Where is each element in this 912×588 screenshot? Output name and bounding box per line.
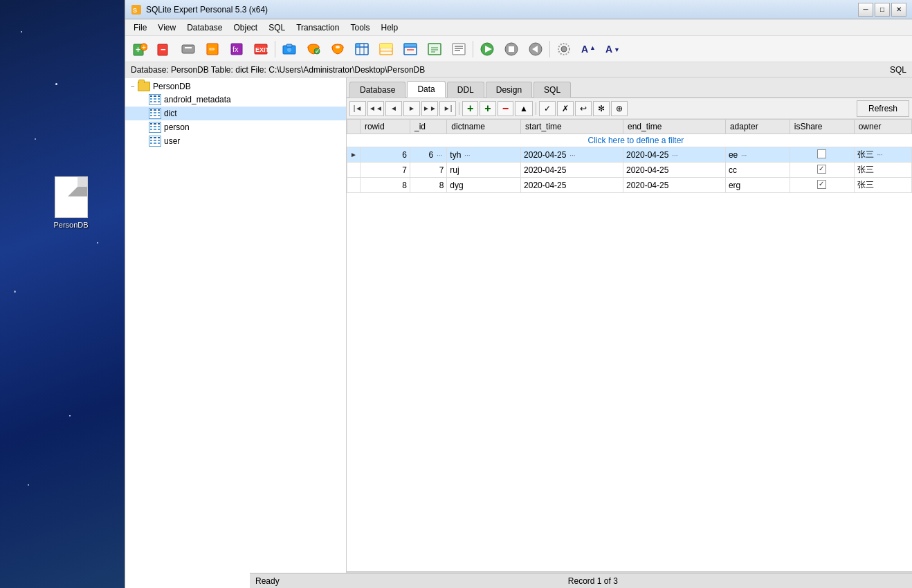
cell-starttime-2[interactable]: 2020-04-25 xyxy=(521,163,623,178)
cell-dots-1[interactable]: ··· xyxy=(433,151,444,159)
filter-table-button[interactable] xyxy=(399,39,422,59)
cell-owner-1[interactable]: 张三 ··· xyxy=(854,147,911,163)
grid-button[interactable] xyxy=(374,39,398,59)
save-db-button[interactable]: ✓ xyxy=(302,39,325,59)
filter-hint-row[interactable]: Click here to define a filter xyxy=(347,134,912,147)
cell-adapter-1[interactable]: ee ··· xyxy=(725,147,790,163)
table-row[interactable]: 8 8 dyg 2020-04-25 2020-04-25 erg 张三 xyxy=(347,178,912,193)
refresh-button[interactable]: Refresh xyxy=(857,100,909,117)
move-up-button[interactable]: ▲ xyxy=(515,101,533,116)
cell-endtime-3[interactable]: 2020-04-25 xyxy=(623,178,725,193)
checkbox-3[interactable] xyxy=(817,180,826,189)
filter-hint-text[interactable]: Click here to define a filter xyxy=(360,134,911,147)
nav-prev-prev-button[interactable]: ◄◄ xyxy=(367,101,384,116)
tree-item-dict[interactable]: dict xyxy=(125,107,346,120)
col-start-time[interactable]: start_time xyxy=(521,120,623,134)
cell-adapter-3[interactable]: erg xyxy=(725,178,790,193)
tab-design[interactable]: Design xyxy=(486,82,532,98)
tab-sql[interactable]: SQL xyxy=(533,82,571,98)
tab-data[interactable]: Data xyxy=(407,81,445,98)
cell-starttime-1[interactable]: 2020-04-25 ··· xyxy=(521,147,623,163)
table-row[interactable]: 7 7 ruj 2020-04-25 2020-04-25 cc 张三 xyxy=(347,163,912,178)
menu-tools[interactable]: Tools xyxy=(345,21,375,34)
back-button[interactable] xyxy=(524,39,547,59)
cell-starttime-3[interactable]: 2020-04-25 xyxy=(521,178,623,193)
tab-database[interactable]: Database xyxy=(349,82,405,98)
disconnect-button[interactable] xyxy=(176,39,200,59)
copy-row-button[interactable]: + xyxy=(480,101,495,116)
tree-item-person[interactable]: person xyxy=(125,120,346,134)
cell-dictname-3[interactable]: dyg xyxy=(447,178,521,193)
cell-rowid-1[interactable]: 6 xyxy=(360,147,410,163)
col-isshare[interactable]: isShare xyxy=(790,120,854,134)
menu-file[interactable]: File xyxy=(128,21,152,34)
menu-view[interactable]: View xyxy=(152,21,181,34)
menu-database[interactable]: Database xyxy=(181,21,228,34)
tree-item-persondb[interactable]: − PersonDB xyxy=(125,80,346,93)
col-dictname[interactable]: dictname xyxy=(447,120,521,134)
cell-id-3[interactable]: 8 xyxy=(410,178,447,193)
copy-db-button[interactable] xyxy=(326,39,349,59)
cell-isshare-3[interactable] xyxy=(790,178,854,193)
cell-owner-2[interactable]: 张三 xyxy=(854,163,911,178)
cell-owner-3[interactable]: 张三 xyxy=(854,178,911,193)
remove-db-button[interactable]: − xyxy=(152,39,176,59)
cell-isshare-2[interactable] xyxy=(790,163,854,178)
nav-last-button[interactable]: ►| xyxy=(439,101,456,116)
table-button[interactable] xyxy=(350,39,374,59)
checkbox-2[interactable] xyxy=(817,165,826,174)
menu-sql[interactable]: SQL xyxy=(263,21,291,34)
play-button[interactable] xyxy=(475,39,499,59)
cell-endtime-1[interactable]: 2020-04-25 ··· xyxy=(623,147,725,163)
col-id[interactable]: _id xyxy=(410,120,447,134)
nav-next-button[interactable]: ► xyxy=(403,101,420,116)
tree-item-user[interactable]: user xyxy=(125,134,346,148)
cell-dictname-2[interactable]: ruj xyxy=(447,163,521,178)
cell-endtime-2[interactable]: 2020-04-25 xyxy=(623,163,725,178)
cell-dictname-1[interactable]: tyh ··· xyxy=(447,147,521,163)
cancel-edit-button[interactable]: ✗ xyxy=(557,101,574,116)
col-rowid[interactable]: rowid xyxy=(360,120,410,134)
view-button[interactable] xyxy=(423,39,446,59)
add-db-button[interactable]: ++ xyxy=(128,39,152,59)
col-owner[interactable]: owner xyxy=(854,120,911,134)
stop-button[interactable] xyxy=(500,39,523,59)
font-increase-button[interactable]: A▲ xyxy=(576,39,600,59)
nav-next-next-button[interactable]: ►► xyxy=(421,101,438,116)
table-row[interactable]: ► 6 6 ··· tyh ··· 2020-04-25 ··· 2020-04… xyxy=(347,147,912,163)
maximize-button[interactable]: □ xyxy=(875,3,890,17)
menu-transaction[interactable]: Transaction xyxy=(291,21,345,34)
edit-button[interactable]: ✏ xyxy=(201,39,224,59)
tree-item-android-metadata[interactable]: android_metadata xyxy=(125,93,346,107)
asterisk-button[interactable]: ✻ xyxy=(593,101,610,116)
menu-object[interactable]: Object xyxy=(228,21,264,34)
cell-isshare-1[interactable] xyxy=(790,147,854,163)
close-button[interactable]: ✕ xyxy=(891,3,906,17)
delete-row-button[interactable]: − xyxy=(498,101,513,116)
function-button[interactable]: fx xyxy=(225,39,248,59)
col-adapter[interactable]: adapter xyxy=(725,120,790,134)
nav-prev-button[interactable]: ◄ xyxy=(385,101,402,116)
cell-rowid-2[interactable]: 7 xyxy=(360,163,410,178)
exit-button[interactable]: EXIT xyxy=(249,39,273,59)
text-button[interactable] xyxy=(447,39,471,59)
cell-id-1[interactable]: 6 ··· xyxy=(410,147,447,163)
undo-button[interactable]: ↩ xyxy=(575,101,592,116)
open-db-button[interactable] xyxy=(277,39,301,59)
col-end-time[interactable]: end_time xyxy=(623,120,725,134)
add-row-button[interactable]: + xyxy=(462,101,478,116)
nav-first-button[interactable]: |◄ xyxy=(349,101,366,116)
settings-button[interactable] xyxy=(552,39,576,59)
cell-rowid-3[interactable]: 8 xyxy=(360,178,410,193)
menu-help[interactable]: Help xyxy=(375,21,403,34)
confirm-button[interactable]: ✓ xyxy=(539,101,556,116)
tab-ddl[interactable]: DDL xyxy=(447,82,484,98)
checkbox-1[interactable] xyxy=(817,149,826,158)
cell-adapter-2[interactable]: cc xyxy=(725,163,790,178)
desktop-icon-persondb[interactable]: PersonDB xyxy=(45,176,97,229)
font-decrease-button[interactable]: A▼ xyxy=(601,39,624,59)
extra-button[interactable]: ⊕ xyxy=(611,101,628,116)
minimize-button[interactable]: ─ xyxy=(858,3,873,17)
cell-id-2[interactable]: 7 xyxy=(410,163,447,178)
tree-expander-persondb[interactable]: − xyxy=(128,82,138,91)
